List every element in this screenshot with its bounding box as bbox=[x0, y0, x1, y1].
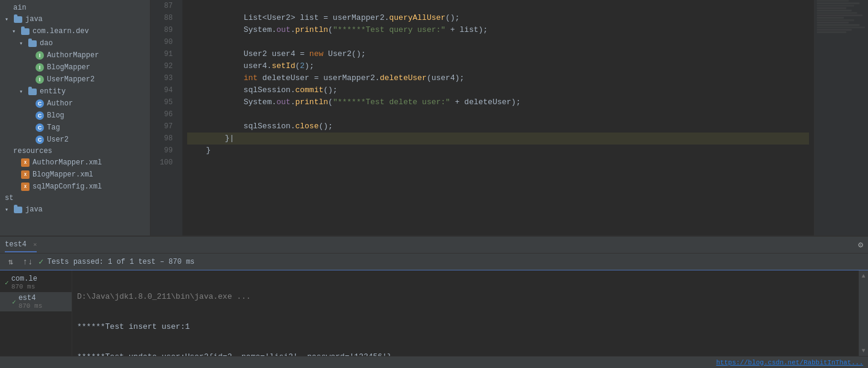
minimap-line bbox=[817, 17, 844, 19]
arrow-icon: ▾ bbox=[12, 28, 19, 35]
sidebar-label: java bbox=[25, 15, 43, 23]
sort-button[interactable]: ⇅ bbox=[5, 256, 17, 268]
line-num: 90 bbox=[155, 36, 173, 48]
sidebar-label: sqlMapConfig.xml bbox=[33, 182, 102, 191]
code-editor: 87 88 89 90 91 92 93 94 95 96 97 98 99 1… bbox=[150, 0, 814, 235]
folder-icon bbox=[20, 27, 30, 36]
sidebar-label: Blog bbox=[47, 111, 64, 120]
line-num: 97 bbox=[155, 120, 173, 133]
run-results: ✓ com.le 870 ms ✓ est4 870 ms D:\Java\jd… bbox=[0, 270, 868, 356]
minimap bbox=[814, 0, 868, 235]
class-icon: C bbox=[35, 123, 45, 133]
sidebar-item-main[interactable]: ain bbox=[0, 2, 150, 13]
check-icon: ✓ bbox=[39, 257, 43, 267]
bottom-tab-bar: test4 ✕ ⚙ bbox=[0, 237, 868, 254]
folder-icon bbox=[28, 87, 37, 96]
sidebar-item-dao[interactable]: ▾ dao bbox=[0, 37, 150, 49]
xml-icon: X bbox=[20, 158, 30, 167]
scroll-up-button[interactable]: ▲ bbox=[860, 272, 868, 280]
bottom-status-bar: https://blog.csdn.net/RabbitInThat... bbox=[0, 356, 868, 368]
test-time: 870 ms bbox=[19, 302, 43, 310]
sidebar-item-resources[interactable]: resources bbox=[0, 146, 150, 157]
scroll-down-button[interactable]: ▼ bbox=[860, 346, 868, 355]
line-num: 92 bbox=[155, 60, 173, 72]
sidebar-item-test[interactable]: st bbox=[0, 193, 150, 204]
code-lines[interactable]: List<User2> list = userMapper2.queryAllU… bbox=[182, 0, 814, 235]
code-line: sqlSession.commit(); bbox=[187, 84, 809, 96]
editor-content[interactable]: 87 88 89 90 91 92 93 94 95 96 97 98 99 1… bbox=[150, 0, 814, 235]
xml-icon: X bbox=[20, 182, 30, 192]
sidebar-label: st bbox=[5, 194, 13, 202]
sidebar-item-UserMapper2[interactable]: I UserMapper2 bbox=[0, 73, 150, 86]
sidebar-item-entity[interactable]: ▾ entity bbox=[0, 86, 150, 98]
sidebar-item-Author[interactable]: C Author bbox=[0, 98, 150, 110]
code-line: sqlSession.close(); bbox=[187, 120, 809, 133]
sidebar-label: java bbox=[25, 205, 43, 214]
minimap-line bbox=[817, 19, 854, 21]
minimap-line bbox=[817, 5, 854, 7]
folder-icon bbox=[13, 205, 23, 214]
bottom-toolbar: ⇅ ↑↓ ✓ Tests passed: 1 of 1 test – 870 m… bbox=[0, 254, 868, 270]
tab-test4[interactable]: test4 ✕ bbox=[5, 238, 37, 252]
code-line bbox=[187, 0, 809, 12]
sidebar-item-Blog[interactable]: C Blog bbox=[0, 110, 150, 122]
file-tree: ain ▾ java ▾ com.learn.dev ▾ dao I Autho… bbox=[0, 0, 150, 235]
console-line: ******Test insert user:1 bbox=[77, 321, 854, 333]
settings-icon[interactable]: ⚙ bbox=[858, 240, 863, 250]
sidebar-item-test-java[interactable]: ▾ java bbox=[0, 204, 150, 216]
bottom-panel: test4 ✕ ⚙ ⇅ ↑↓ ✓ Tests passed: 1 of 1 te… bbox=[0, 235, 868, 368]
sidebar-label: entity bbox=[40, 87, 66, 96]
code-line: List<User2> list = userMapper2.queryAllU… bbox=[187, 12, 809, 24]
code-line: User2 user4 = new User2(); bbox=[187, 48, 809, 60]
pass-icon: ✓ bbox=[12, 298, 16, 306]
class-icon: C bbox=[35, 111, 45, 120]
sidebar-label: Author bbox=[47, 99, 73, 108]
line-num: 99 bbox=[155, 145, 173, 157]
line-num: 95 bbox=[155, 96, 173, 108]
test-list-item[interactable]: ✓ com.le 870 ms bbox=[0, 273, 72, 292]
class-icon: C bbox=[35, 99, 45, 108]
sidebar-label: AuthorMapper bbox=[47, 51, 99, 60]
sidebar-item-BlogMapper[interactable]: I BlogMapper bbox=[0, 61, 150, 73]
line-num: 88 bbox=[155, 12, 173, 24]
line-num: 93 bbox=[155, 72, 173, 84]
code-line: System.out.println("******Test delete us… bbox=[187, 96, 809, 108]
sidebar-item-BlogMapper-xml[interactable]: X BlogMapper.xml bbox=[0, 169, 150, 181]
tab-close-icon[interactable]: ✕ bbox=[33, 242, 37, 248]
arrow-icon: ▾ bbox=[19, 88, 26, 95]
line-num: 87 bbox=[155, 0, 173, 12]
sidebar-item-AuthorMapper-xml[interactable]: X AuthorMapper.xml bbox=[0, 157, 150, 169]
code-line: user4.setId(2); bbox=[187, 60, 809, 72]
sidebar-item-AuthorMapper[interactable]: I AuthorMapper bbox=[0, 49, 150, 61]
folder-icon bbox=[13, 14, 23, 24]
sidebar-label: com.learn.dev bbox=[33, 27, 89, 36]
class-icon: I bbox=[35, 75, 45, 84]
line-num: 89 bbox=[155, 24, 173, 36]
minimap-panel bbox=[814, 0, 868, 235]
sidebar-label: dao bbox=[40, 39, 53, 48]
sidebar-label: BlogMapper bbox=[47, 63, 90, 72]
class-icon: I bbox=[35, 51, 45, 60]
bottom-scrollbar[interactable]: ▲ ▼ bbox=[858, 270, 868, 356]
sidebar-label: ain bbox=[13, 4, 26, 12]
up-button[interactable]: ↑↓ bbox=[22, 256, 34, 268]
test-status-label: Tests passed: 1 of 1 test – 870 ms bbox=[47, 258, 194, 266]
sidebar-label: resources bbox=[13, 147, 52, 155]
test-list-item[interactable]: ✓ est4 870 ms bbox=[0, 292, 72, 311]
status-link[interactable]: https://blog.csdn.net/RabbitInThat... bbox=[716, 359, 863, 366]
code-line: }| bbox=[187, 133, 809, 145]
code-line bbox=[187, 108, 809, 120]
sidebar-item-com-learn-dev[interactable]: ▾ com.learn.dev bbox=[0, 25, 150, 37]
sidebar-item-sqlMapConfig-xml[interactable]: X sqlMapConfig.xml bbox=[0, 181, 150, 193]
sidebar-label: Tag bbox=[47, 123, 60, 132]
test-name: com.le bbox=[11, 275, 37, 283]
arrow-icon: ▾ bbox=[19, 40, 26, 47]
minimap-line bbox=[817, 14, 863, 16]
sidebar-item-java[interactable]: ▾ java bbox=[0, 13, 150, 25]
sidebar-label: AuthorMapper.xml bbox=[33, 158, 102, 167]
gutter bbox=[178, 0, 182, 235]
sidebar-item-Tag[interactable]: C Tag bbox=[0, 122, 150, 134]
minimap-line bbox=[817, 29, 852, 31]
console-line: D:\Java\jdk1.8.0_211\bin\java.exe ... bbox=[77, 291, 854, 303]
sidebar-item-User2[interactable]: C User2 bbox=[0, 134, 150, 146]
